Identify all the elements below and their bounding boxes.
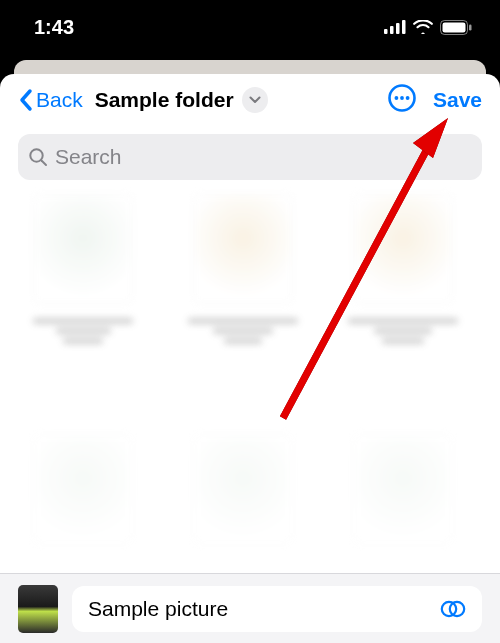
folder-content (18, 184, 482, 573)
attachment-pill[interactable]: Sample picture (72, 586, 482, 632)
search-placeholder: Search (55, 145, 122, 169)
svg-rect-2 (396, 23, 400, 34)
status-bar: 1:43 (0, 0, 500, 54)
more-button[interactable] (387, 83, 417, 117)
attachment-caption: Sample picture (88, 597, 228, 621)
ellipsis-circle-icon (387, 83, 417, 113)
svg-rect-6 (469, 24, 472, 30)
title-area: Sample folder (95, 87, 387, 113)
svg-rect-0 (384, 29, 388, 34)
cellular-icon (384, 20, 406, 34)
battery-icon (440, 20, 472, 35)
svg-point-9 (400, 96, 404, 100)
live-photo-icon (440, 600, 466, 618)
attachment-thumbnail[interactable] (18, 585, 58, 633)
back-label: Back (36, 88, 83, 112)
file-item[interactable] (338, 194, 468, 364)
folder-sheet: Back Sample folder Save (0, 74, 500, 643)
search-icon (28, 147, 48, 167)
navigation-bar: Back Sample folder Save (0, 74, 500, 126)
svg-point-10 (406, 96, 410, 100)
nav-right: Save (387, 83, 482, 117)
svg-rect-1 (390, 26, 394, 34)
folder-title: Sample folder (95, 88, 234, 112)
chevron-left-icon (18, 88, 34, 112)
svg-point-8 (394, 96, 398, 100)
back-button[interactable]: Back (18, 88, 83, 112)
status-time: 1:43 (34, 16, 74, 39)
svg-line-12 (42, 161, 47, 166)
file-item[interactable] (18, 194, 148, 364)
status-right (384, 20, 472, 35)
chevron-down-icon (249, 96, 261, 104)
file-item[interactable] (178, 194, 308, 364)
bottom-bar: Sample picture (0, 573, 500, 643)
wifi-icon (413, 20, 433, 34)
svg-rect-3 (402, 20, 406, 34)
save-button[interactable]: Save (433, 88, 482, 112)
folder-menu-button[interactable] (242, 87, 268, 113)
svg-rect-5 (443, 22, 466, 32)
search-input[interactable]: Search (18, 134, 482, 180)
